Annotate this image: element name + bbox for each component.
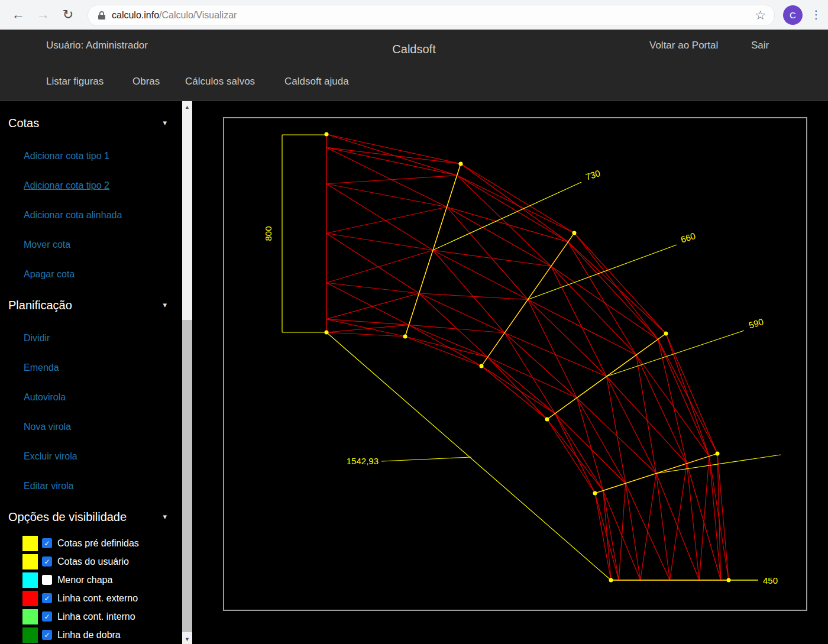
section-cotas: Cotas ▾ xyxy=(8,114,174,132)
color-swatch xyxy=(22,536,38,551)
canvas-frame xyxy=(224,118,807,610)
option-label: Linha de dobra xyxy=(57,630,121,640)
checkbox-linha-cont-interno[interactable]: ✓ xyxy=(42,611,52,622)
chevron-down-icon[interactable]: ▾ xyxy=(163,508,167,526)
url-path: /Calculo/Visualizar xyxy=(159,10,237,20)
dim-node xyxy=(593,491,597,496)
app-title: Caldsoft xyxy=(392,43,435,56)
dim-node xyxy=(609,578,613,582)
dim-node xyxy=(727,578,731,582)
checkbox-cotas-pre-definidas[interactable]: ✓ xyxy=(42,538,52,548)
sidebar-item-excluir-virola[interactable]: Excluir virola xyxy=(0,442,182,471)
color-swatch xyxy=(22,572,38,588)
back-icon[interactable]: ← xyxy=(9,5,28,24)
visibility-option: ✓ Linha cont. externo xyxy=(0,589,182,607)
sidebar-scrollbar[interactable]: ▲ ▼ xyxy=(182,101,192,644)
dim-node xyxy=(573,231,577,235)
nav-listar-figuras[interactable]: Listar figuras xyxy=(46,76,104,88)
check-icon: ✓ xyxy=(44,558,50,566)
mesh-lines xyxy=(326,134,729,580)
visibility-option: ✓ Linha de dobra xyxy=(0,626,182,644)
visibility-option: ✓ Cotas do usuário xyxy=(0,552,182,571)
app-header: Usuário: Administrador Caldsoft Voltar a… xyxy=(0,30,828,101)
chevron-down-icon[interactable]: ▾ xyxy=(163,114,167,132)
checkbox-linha-cont-externo[interactable]: ✓ xyxy=(42,593,52,603)
dim-label: 1542,93 xyxy=(347,456,379,466)
color-swatch xyxy=(22,591,38,606)
option-label: Linha cont. interno xyxy=(57,611,135,622)
refresh-icon[interactable]: ↻ xyxy=(59,5,77,24)
profile-avatar[interactable]: C xyxy=(783,5,803,25)
section-title: Opções de visibilidade xyxy=(8,510,127,523)
dim-node xyxy=(480,364,484,368)
check-icon: ✓ xyxy=(44,594,50,603)
sidebar-item-apagar-cota[interactable]: Apagar cota xyxy=(0,260,182,289)
forward-icon[interactable]: → xyxy=(34,5,53,24)
color-swatch xyxy=(22,609,38,624)
dimension-nodes xyxy=(325,132,731,582)
scroll-up-icon[interactable]: ▲ xyxy=(182,102,192,112)
check-icon: ✓ xyxy=(44,631,50,639)
scrollbar-thumb[interactable] xyxy=(182,320,192,632)
scroll-down-icon[interactable]: ▼ xyxy=(182,634,192,644)
sidebar-item-emenda[interactable]: Emenda xyxy=(0,353,182,383)
nav-calculos-salvos[interactable]: Cálculos salvos xyxy=(185,76,255,88)
browser-menu-icon[interactable]: ⋮ xyxy=(808,8,824,21)
dim-node xyxy=(325,331,329,335)
elbow-drawing: 8007306605901542,93450 xyxy=(192,101,828,644)
dim-node xyxy=(545,418,549,422)
url-host: calculo.info xyxy=(112,10,159,20)
nav-obras[interactable]: Obras xyxy=(132,76,160,88)
dim-node xyxy=(403,335,407,339)
dim-node xyxy=(459,162,463,166)
sidebar-item-adicionar-cota-tipo-1[interactable]: Adicionar cota tipo 1 xyxy=(0,141,182,171)
lock-icon xyxy=(98,11,106,20)
sidebar-item-adicionar-cota-tipo-2[interactable]: Adicionar cota tipo 2 xyxy=(0,171,182,200)
checkbox-linha-de-dobra[interactable]: ✓ xyxy=(42,630,52,640)
sidebar-item-adicionar-cota-alinhada[interactable]: Adicionar cota alinhada xyxy=(0,200,182,230)
check-icon: ✓ xyxy=(44,539,50,548)
address-bar[interactable]: calculo.info/Calculo/Visualizar ☆ xyxy=(88,5,775,26)
dim-node xyxy=(325,132,329,137)
option-label: Menor chapa xyxy=(57,575,112,585)
dim-label: 590 xyxy=(748,316,765,331)
section-title: Cotas xyxy=(8,116,39,130)
option-label: Cotas do usuário xyxy=(57,556,129,567)
dim-label: 660 xyxy=(680,231,697,245)
sidebar-item-autovirola[interactable]: Autovirola xyxy=(0,383,182,412)
section-opcoes-visibilidade: Opções de visibilidade ▾ xyxy=(8,508,174,526)
logout-link[interactable]: Sair xyxy=(751,40,769,51)
visibility-option: ✓ Linha cont. interno xyxy=(0,607,182,626)
dim-node xyxy=(664,332,668,336)
bookmark-star-icon[interactable]: ☆ xyxy=(755,8,766,22)
check-icon: ✓ xyxy=(44,613,50,621)
dim-node xyxy=(716,452,720,456)
browser-toolbar: ← → ↻ calculo.info/Calculo/Visualizar ☆ … xyxy=(0,0,828,30)
sidebar-item-editar-virola[interactable]: Editar virola xyxy=(0,471,182,501)
option-label: Linha cont. externo xyxy=(57,593,138,604)
dim-label: 730 xyxy=(584,168,601,182)
color-swatch xyxy=(22,627,38,643)
visibility-option: ✓ Menor chapa xyxy=(0,571,182,589)
tools-sidebar: Cotas ▾ Adicionar cota tipo 1 Adicionar … xyxy=(0,101,182,644)
option-label: Cotas pré definidas xyxy=(57,538,139,549)
drawing-canvas[interactable]: 8007306605901542,93450 xyxy=(192,101,828,644)
portal-link[interactable]: Voltar ao Portal xyxy=(649,40,718,51)
url-text: calculo.info/Calculo/Visualizar xyxy=(112,10,237,21)
section-title: Planificação xyxy=(8,299,72,312)
user-label: Usuário: Administrador xyxy=(46,40,148,51)
sidebar-item-dividir[interactable]: Dividir xyxy=(0,323,182,353)
sidebar-item-nova-virola[interactable]: Nova virola xyxy=(0,412,182,442)
dim-label: 800 xyxy=(263,226,273,241)
checkbox-cotas-do-usuario[interactable]: ✓ xyxy=(42,556,52,567)
chevron-down-icon[interactable]: ▾ xyxy=(163,296,167,314)
sidebar-item-mover-cota[interactable]: Mover cota xyxy=(0,230,182,260)
page-content: Cotas ▾ Adicionar cota tipo 1 Adicionar … xyxy=(0,101,828,644)
color-swatch xyxy=(22,554,38,569)
nav-caldsoft-ajuda[interactable]: Caldsoft ajuda xyxy=(284,76,349,88)
section-planificacao: Planificação ▾ xyxy=(8,296,174,314)
dim-label: 450 xyxy=(763,575,778,585)
checkbox-menor-chapa[interactable]: ✓ xyxy=(42,575,52,585)
visibility-option: ✓ Cotas pré definidas xyxy=(0,534,182,552)
